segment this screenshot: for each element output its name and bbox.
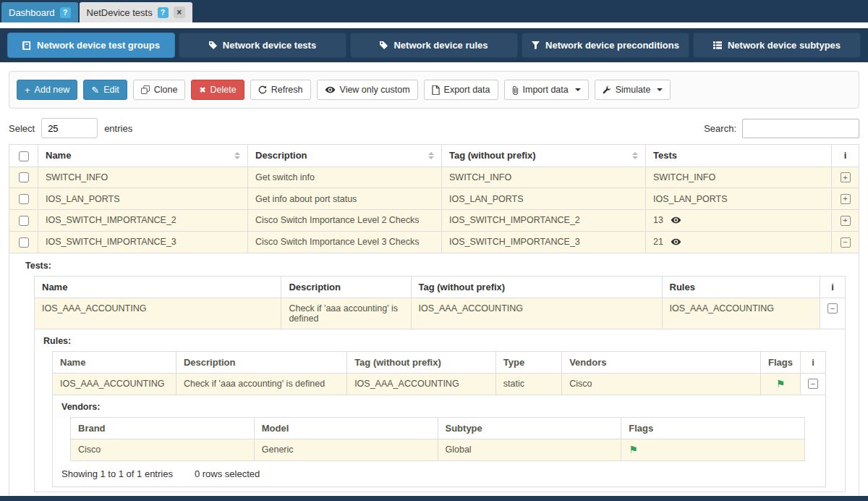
flags-cell: ⚑ <box>621 439 805 460</box>
delete-button[interactable]: ✖ Delete <box>191 80 244 100</box>
column-header-name: Name <box>53 351 176 373</box>
description-cell: Cisco Switch Importance Level 3 Checks <box>248 231 442 253</box>
column-label: Tests <box>653 150 677 161</box>
vendors-section-label: Vendors: <box>61 402 825 412</box>
table-row[interactable]: IOS_LAN_PORTS Get info about port status… <box>9 188 859 210</box>
row-tests: SWITCH_INFO <box>653 172 715 182</box>
nav-network-device-test-groups[interactable]: Network device test groups <box>7 33 175 58</box>
row-checkbox[interactable] <box>19 216 29 226</box>
simulate-label: Simulate <box>616 85 651 95</box>
paperclip-icon <box>512 85 519 95</box>
row-checkbox[interactable] <box>19 172 29 182</box>
flag-icon: ⚑ <box>629 444 638 455</box>
row-tag: IOS_SWITCH_IMPORTANCE_2 <box>449 215 580 225</box>
close-icon[interactable]: × <box>174 7 185 18</box>
info-icon: i <box>844 150 847 161</box>
column-header-description: Description <box>176 351 346 373</box>
test-groups-table: Name Description Tag (without prefix) Te… <box>9 144 859 497</box>
collapse-icon[interactable]: − <box>841 237 851 248</box>
nav-label: Network device subtypes <box>728 40 841 51</box>
eye-icon[interactable] <box>671 237 681 248</box>
column-header-description[interactable]: Description <box>248 145 442 167</box>
row-tests: IOS_LAN_PORTS <box>653 194 728 204</box>
view-only-custom-button[interactable]: View only custom <box>317 80 418 100</box>
row-description: Get switch info <box>255 172 315 182</box>
search-input[interactable] <box>742 119 859 138</box>
tab-dashboard[interactable]: Dashboard ? <box>1 2 78 22</box>
nav-network-device-rules[interactable]: Network device rules <box>350 33 518 58</box>
detail-row: Vendors: Brand Model <box>53 395 826 487</box>
info-icon: i <box>812 357 814 368</box>
flags-cell: ⚑ <box>760 373 800 395</box>
select-all-checkbox[interactable] <box>19 151 29 161</box>
column-header-name: Name <box>35 276 281 298</box>
table-row[interactable]: IOS_AAA_ACCOUNTING Check if 'aaa account… <box>35 298 846 329</box>
refresh-button[interactable]: Refresh <box>250 80 311 100</box>
nav-network-device-subtypes[interactable]: Network device subtypes <box>693 33 861 58</box>
table-row[interactable]: IOS_SWITCH_IMPORTANCE_3 Cisco Switch Imp… <box>9 231 859 253</box>
row-name: IOS_SWITCH_IMPORTANCE_2 <box>46 215 176 225</box>
refresh-icon <box>258 85 267 94</box>
vendors-table: Brand Model Subtype Flags <box>70 417 805 461</box>
row-name: IOS_LAN_PORTS <box>46 194 120 204</box>
eye-icon <box>325 86 336 93</box>
row-checkbox[interactable] <box>19 194 29 204</box>
description-cell: Get switch info <box>248 167 442 188</box>
row-vendors: Cisco <box>569 379 592 389</box>
tag-cell: IOS_AAA_ACCOUNTING <box>411 298 662 329</box>
column-header-tag[interactable]: Tag (without prefix) <box>442 145 646 167</box>
tab-netdevice-tests[interactable]: NetDevice tests ? × <box>80 2 192 22</box>
column-header-name[interactable]: Name <box>38 145 248 167</box>
tests-count: 21 <box>653 237 663 247</box>
export-data-button[interactable]: Export data <box>424 80 498 100</box>
table-row[interactable]: IOS_AAA_ACCOUNTING Check if 'aaa account… <box>53 373 826 395</box>
column-header-flags: Flags <box>621 417 805 439</box>
column-label: Description <box>184 357 236 368</box>
name-cell: IOS_SWITCH_IMPORTANCE_3 <box>38 231 248 253</box>
vendors-detail-panel: Vendors: Brand Model <box>53 395 826 487</box>
chevron-down-icon <box>657 88 663 91</box>
nav-network-device-tests[interactable]: Network device tests <box>179 33 346 58</box>
expand-icon[interactable]: + <box>841 194 851 204</box>
nav-label: Network device preconditions <box>545 40 679 51</box>
column-header-vendors: Vendors <box>562 351 761 373</box>
pencil-icon: ✎ <box>91 85 99 95</box>
column-label: Type <box>503 357 524 368</box>
tag-icon <box>209 41 217 49</box>
filter-icon <box>532 41 540 49</box>
entries-label: entries <box>104 123 132 134</box>
row-checkbox[interactable] <box>19 237 29 248</box>
import-data-button[interactable]: Import data <box>504 80 589 100</box>
brand-cell: Cisco <box>71 439 255 460</box>
detail-row: Rules: Name Description Tag (without pre… <box>35 329 846 492</box>
row-description: Check if 'aaa accounting' is defined <box>289 303 398 324</box>
simulate-button[interactable]: Simulate <box>595 80 671 100</box>
table-row[interactable]: SWITCH_INFO Get switch info SWITCH_INFO … <box>9 167 859 188</box>
nav-network-device-preconditions[interactable]: Network device preconditions <box>522 33 689 58</box>
tests-header-row: Name Description Tag (without prefix) Ru… <box>35 276 846 298</box>
table-row[interactable]: IOS_SWITCH_IMPORTANCE_2 Cisco Switch Imp… <box>9 209 859 231</box>
collapse-icon[interactable]: − <box>827 303 838 313</box>
collapse-icon[interactable]: − <box>808 379 818 389</box>
row-select-cell <box>9 167 38 188</box>
row-name: IOS_SWITCH_IMPORTANCE_3 <box>46 237 176 247</box>
column-header-subtype: Subtype <box>438 417 621 439</box>
eye-icon[interactable] <box>671 216 681 226</box>
name-cell: IOS_AAA_ACCOUNTING <box>35 298 281 329</box>
list-icon <box>713 41 722 49</box>
table-row[interactable]: Cisco Generic Global ⚑ <box>71 439 805 460</box>
rules-table: Name Description Tag (without prefix) Ty… <box>52 351 826 487</box>
vendors-cell: Cisco <box>562 373 761 395</box>
expand-icon[interactable]: + <box>841 172 851 182</box>
clone-button[interactable]: Clone <box>133 80 186 100</box>
row-type: static <box>503 379 524 389</box>
expander-cell: − <box>800 373 825 395</box>
name-cell: IOS_LAN_PORTS <box>38 188 248 210</box>
column-header-type: Type <box>495 351 561 373</box>
expand-icon[interactable]: + <box>841 216 851 226</box>
add-new-button[interactable]: + Add new <box>17 80 77 100</box>
page-size-input[interactable] <box>41 118 98 138</box>
column-header-info: i <box>800 351 825 373</box>
name-cell: IOS_SWITCH_IMPORTANCE_2 <box>38 209 248 231</box>
edit-button[interactable]: ✎ Edit <box>83 80 127 100</box>
